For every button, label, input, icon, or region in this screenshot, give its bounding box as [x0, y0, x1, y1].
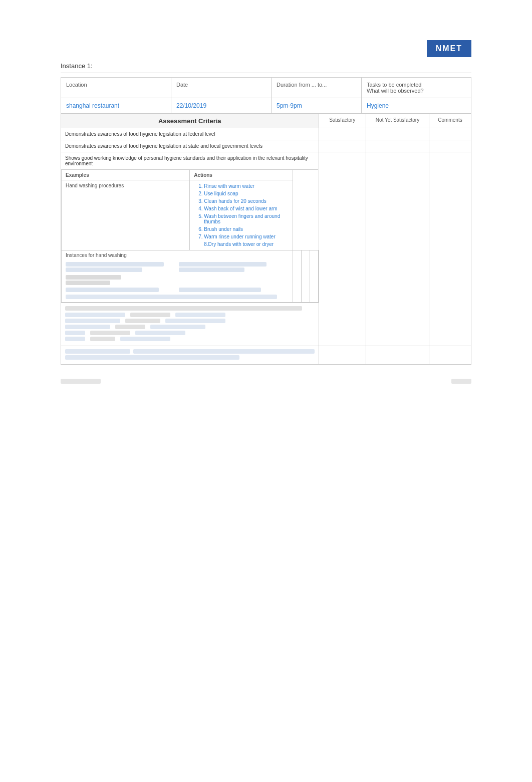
step-1: Rinse with warm water — [204, 182, 288, 190]
footer — [61, 375, 471, 388]
final-satisfactory[interactable] — [319, 346, 366, 365]
satisfactory-header: Satisfactory — [319, 114, 366, 128]
final-blurred-cell — [61, 346, 319, 365]
criteria-row-3: Shows good working knowledge of personal… — [61, 152, 471, 346]
logo: NMET — [427, 40, 471, 57]
duration-label: Duration from ... to... — [277, 82, 356, 88]
step-4: Wash back of wist and lower arm — [204, 205, 288, 212]
blurred-instances-content — [66, 261, 289, 299]
criteria-2-satisfactory[interactable] — [319, 140, 366, 152]
criteria-3-satisfactory[interactable] — [319, 152, 366, 346]
criteria-2-not-yet[interactable] — [366, 140, 429, 152]
examples-actions-header: Examples Actions — [62, 170, 319, 180]
criteria-text-3: Shows good working knowledge of personal… — [61, 152, 319, 169]
step-2: Use liquid soap — [204, 190, 288, 197]
final-comments[interactable] — [429, 346, 471, 365]
instances-row: Instances for hand washing — [62, 250, 319, 303]
criteria-3-comments[interactable] — [429, 152, 471, 346]
step-7: Warm rinse under running water — [204, 233, 288, 240]
location-label: Location — [66, 82, 166, 88]
criteria-row-1: Demonstrates awareness of food hygiene l… — [61, 128, 471, 140]
main-assessment-table: Assessment Criteria Satisfactory Not Yet… — [61, 114, 471, 365]
criteria-text-1: Demonstrates awareness of food hygiene l… — [61, 128, 319, 140]
criteria-3-not-yet[interactable] — [366, 152, 429, 346]
criteria-text-2: Demonstrates awareness of food hygiene l… — [61, 140, 319, 152]
instances-satisfactory[interactable] — [293, 250, 301, 303]
instances-comments[interactable] — [310, 250, 318, 303]
actions-label: Actions — [194, 172, 212, 178]
header-table: Location Date Duration from ... to... Ta… — [61, 77, 471, 114]
criteria-text-3-cell: Shows good working knowledge of personal… — [61, 152, 319, 346]
footer-right — [451, 379, 471, 384]
instances-not-yet[interactable] — [301, 250, 310, 303]
assessment-title: Assessment Criteria — [158, 117, 221, 125]
criteria-row-2: Demonstrates awareness of food hygiene l… — [61, 140, 471, 152]
instance-title: Instance 1: — [61, 62, 471, 73]
instances-label: Instances for hand washing — [66, 252, 289, 258]
tasks-value: Hygiene — [367, 102, 466, 109]
what-label: What will be observed? — [367, 88, 466, 94]
step-3: Clean hands for 20 seconds — [204, 197, 288, 205]
tasks-label: Tasks to be completed — [367, 82, 466, 88]
final-blurred-row — [61, 346, 471, 365]
criteria-2-comments[interactable] — [429, 140, 471, 152]
step-5: Wash between fingers and around thumbs — [204, 212, 288, 225]
criteria-1-satisfactory[interactable] — [319, 128, 366, 140]
step-8: 8.Dry hands with tower or dryer — [204, 240, 288, 248]
examples-label: Examples — [66, 172, 89, 178]
hand-washing-row: Hand washing procedures Rinse with warm … — [62, 180, 319, 250]
comments-header: Comments — [429, 114, 471, 128]
location-value: shanghai restaurant — [66, 102, 166, 109]
date-value: 22/10/2019 — [176, 102, 266, 109]
criteria-1-comments[interactable] — [429, 128, 471, 140]
criteria-1-not-yet[interactable] — [366, 128, 429, 140]
not-yet-header: Not Yet Satisfactory — [366, 114, 429, 128]
date-label: Date — [176, 82, 266, 88]
step-6: Brush under nails — [204, 225, 288, 233]
additional-blurred-section — [61, 303, 319, 346]
hand-washing-steps: Rinse with warm water Use liquid soap Cl… — [194, 182, 288, 248]
final-not-yet[interactable] — [366, 346, 429, 365]
logo-area: NMET — [61, 40, 471, 57]
footer-left — [61, 379, 101, 384]
duration-value: 5pm-9pm — [277, 102, 356, 109]
hand-washing-label: Hand washing procedures — [66, 183, 124, 188]
